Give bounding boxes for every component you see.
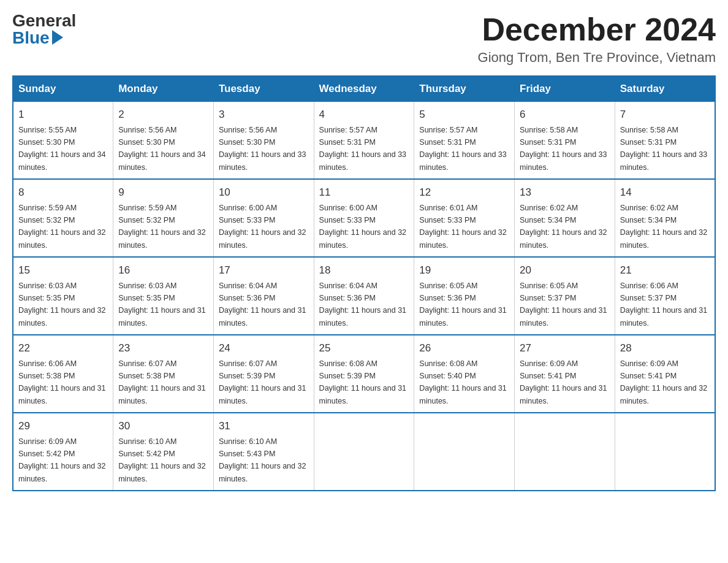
day-number: 8 xyxy=(18,185,108,201)
day-number: 29 xyxy=(18,418,108,434)
calendar-day-cell: 19 Sunrise: 6:05 AMSunset: 5:36 PMDaylig… xyxy=(414,257,515,335)
day-info: Sunrise: 6:10 AMSunset: 5:43 PMDaylight:… xyxy=(219,437,306,483)
calendar-day-cell: 23 Sunrise: 6:07 AMSunset: 5:38 PMDaylig… xyxy=(113,335,214,413)
day-number: 24 xyxy=(219,340,309,356)
logo-general-text: General xyxy=(12,12,76,29)
day-number: 13 xyxy=(520,185,610,201)
col-saturday: Saturday xyxy=(615,76,715,102)
day-number: 27 xyxy=(520,340,610,356)
day-number: 2 xyxy=(118,107,208,123)
day-info: Sunrise: 6:03 AMSunset: 5:35 PMDaylight:… xyxy=(18,282,105,327)
calendar-day-cell: 1 Sunrise: 5:55 AMSunset: 5:30 PMDayligh… xyxy=(13,102,113,180)
calendar-day-cell: 9 Sunrise: 5:59 AMSunset: 5:32 PMDayligh… xyxy=(113,179,214,257)
day-info: Sunrise: 6:09 AMSunset: 5:41 PMDaylight:… xyxy=(520,359,607,405)
day-info: Sunrise: 5:57 AMSunset: 5:31 PMDaylight:… xyxy=(319,126,406,172)
calendar-day-cell: 24 Sunrise: 6:07 AMSunset: 5:39 PMDaylig… xyxy=(213,335,314,413)
day-number: 16 xyxy=(118,262,208,278)
day-info: Sunrise: 5:58 AMSunset: 5:31 PMDaylight:… xyxy=(620,126,707,172)
day-info: Sunrise: 5:55 AMSunset: 5:30 PMDaylight:… xyxy=(18,126,105,172)
calendar-day-cell xyxy=(314,413,414,491)
day-info: Sunrise: 6:03 AMSunset: 5:35 PMDaylight:… xyxy=(118,282,205,327)
calendar-day-cell: 13 Sunrise: 6:02 AMSunset: 5:34 PMDaylig… xyxy=(515,179,615,257)
calendar-day-cell xyxy=(615,413,715,491)
calendar-day-cell: 8 Sunrise: 5:59 AMSunset: 5:32 PMDayligh… xyxy=(13,179,113,257)
day-number: 20 xyxy=(520,262,610,278)
day-number: 1 xyxy=(18,107,108,123)
day-number: 5 xyxy=(419,107,509,123)
day-number: 10 xyxy=(219,185,309,201)
day-number: 22 xyxy=(18,340,108,356)
logo-arrow-icon xyxy=(52,30,63,45)
calendar-day-cell: 18 Sunrise: 6:04 AMSunset: 5:36 PMDaylig… xyxy=(314,257,414,335)
month-title: December 2024 xyxy=(478,12,716,47)
day-number: 26 xyxy=(419,340,509,356)
col-monday: Monday xyxy=(113,76,214,102)
day-info: Sunrise: 6:07 AMSunset: 5:38 PMDaylight:… xyxy=(118,359,205,405)
day-info: Sunrise: 5:59 AMSunset: 5:32 PMDaylight:… xyxy=(18,204,105,250)
calendar-day-cell: 3 Sunrise: 5:56 AMSunset: 5:30 PMDayligh… xyxy=(213,102,314,180)
day-info: Sunrise: 6:02 AMSunset: 5:34 PMDaylight:… xyxy=(520,204,607,250)
day-info: Sunrise: 5:57 AMSunset: 5:31 PMDaylight:… xyxy=(419,126,506,172)
location-text: Giong Trom, Ben Tre Province, Vietnam xyxy=(478,50,716,66)
calendar-week-row: 15 Sunrise: 6:03 AMSunset: 5:35 PMDaylig… xyxy=(13,257,715,335)
calendar-day-cell: 7 Sunrise: 5:58 AMSunset: 5:31 PMDayligh… xyxy=(615,102,715,180)
calendar-day-cell: 31 Sunrise: 6:10 AMSunset: 5:43 PMDaylig… xyxy=(213,413,314,491)
day-info: Sunrise: 5:59 AMSunset: 5:32 PMDaylight:… xyxy=(118,204,205,250)
day-info: Sunrise: 6:07 AMSunset: 5:39 PMDaylight:… xyxy=(219,359,306,405)
day-number: 9 xyxy=(118,185,208,201)
calendar-day-cell: 12 Sunrise: 6:01 AMSunset: 5:33 PMDaylig… xyxy=(414,179,515,257)
day-number: 17 xyxy=(219,262,309,278)
day-info: Sunrise: 5:58 AMSunset: 5:31 PMDaylight:… xyxy=(520,126,607,172)
calendar-day-cell: 30 Sunrise: 6:10 AMSunset: 5:42 PMDaylig… xyxy=(113,413,214,491)
day-number: 28 xyxy=(620,340,710,356)
day-info: Sunrise: 6:08 AMSunset: 5:40 PMDaylight:… xyxy=(419,359,506,405)
day-info: Sunrise: 6:04 AMSunset: 5:36 PMDaylight:… xyxy=(219,282,306,327)
day-info: Sunrise: 6:00 AMSunset: 5:33 PMDaylight:… xyxy=(219,204,306,250)
calendar-day-cell: 21 Sunrise: 6:06 AMSunset: 5:37 PMDaylig… xyxy=(615,257,715,335)
calendar-day-cell: 4 Sunrise: 5:57 AMSunset: 5:31 PMDayligh… xyxy=(314,102,414,180)
day-info: Sunrise: 6:06 AMSunset: 5:37 PMDaylight:… xyxy=(620,282,707,327)
col-wednesday: Wednesday xyxy=(314,76,414,102)
day-number: 18 xyxy=(319,262,409,278)
calendar-day-cell: 17 Sunrise: 6:04 AMSunset: 5:36 PMDaylig… xyxy=(213,257,314,335)
day-number: 6 xyxy=(520,107,610,123)
calendar-day-cell: 29 Sunrise: 6:09 AMSunset: 5:42 PMDaylig… xyxy=(13,413,113,491)
calendar-day-cell: 26 Sunrise: 6:08 AMSunset: 5:40 PMDaylig… xyxy=(414,335,515,413)
day-info: Sunrise: 6:05 AMSunset: 5:36 PMDaylight:… xyxy=(419,282,506,327)
day-info: Sunrise: 6:05 AMSunset: 5:37 PMDaylight:… xyxy=(520,282,607,327)
calendar-day-cell: 14 Sunrise: 6:02 AMSunset: 5:34 PMDaylig… xyxy=(615,179,715,257)
logo: General Blue xyxy=(12,12,76,47)
day-info: Sunrise: 6:00 AMSunset: 5:33 PMDaylight:… xyxy=(319,204,406,250)
day-info: Sunrise: 5:56 AMSunset: 5:30 PMDaylight:… xyxy=(219,126,306,172)
day-info: Sunrise: 6:09 AMSunset: 5:41 PMDaylight:… xyxy=(620,359,707,405)
day-number: 3 xyxy=(219,107,309,123)
day-number: 7 xyxy=(620,107,710,123)
calendar-day-cell: 20 Sunrise: 6:05 AMSunset: 5:37 PMDaylig… xyxy=(515,257,615,335)
day-number: 23 xyxy=(118,340,208,356)
page-header: General Blue December 2024 Giong Trom, B… xyxy=(12,12,716,66)
col-friday: Friday xyxy=(515,76,615,102)
day-number: 31 xyxy=(219,418,309,434)
calendar-day-cell: 6 Sunrise: 5:58 AMSunset: 5:31 PMDayligh… xyxy=(515,102,615,180)
calendar-table: Sunday Monday Tuesday Wednesday Thursday… xyxy=(12,75,716,491)
calendar-day-cell: 11 Sunrise: 6:00 AMSunset: 5:33 PMDaylig… xyxy=(314,179,414,257)
logo-blue-text: Blue xyxy=(12,29,63,47)
col-sunday: Sunday xyxy=(13,76,113,102)
day-number: 30 xyxy=(118,418,208,434)
calendar-day-cell: 16 Sunrise: 6:03 AMSunset: 5:35 PMDaylig… xyxy=(113,257,214,335)
day-info: Sunrise: 6:01 AMSunset: 5:33 PMDaylight:… xyxy=(419,204,506,250)
calendar-day-cell xyxy=(414,413,515,491)
calendar-day-cell: 5 Sunrise: 5:57 AMSunset: 5:31 PMDayligh… xyxy=(414,102,515,180)
day-info: Sunrise: 6:04 AMSunset: 5:36 PMDaylight:… xyxy=(319,282,406,327)
calendar-day-cell xyxy=(515,413,615,491)
calendar-day-cell: 10 Sunrise: 6:00 AMSunset: 5:33 PMDaylig… xyxy=(213,179,314,257)
day-number: 19 xyxy=(419,262,509,278)
col-thursday: Thursday xyxy=(414,76,515,102)
day-number: 14 xyxy=(620,185,710,201)
day-info: Sunrise: 6:08 AMSunset: 5:39 PMDaylight:… xyxy=(319,359,406,405)
calendar-week-row: 29 Sunrise: 6:09 AMSunset: 5:42 PMDaylig… xyxy=(13,413,715,491)
day-info: Sunrise: 6:06 AMSunset: 5:38 PMDaylight:… xyxy=(18,359,105,405)
day-number: 4 xyxy=(319,107,409,123)
calendar-week-row: 22 Sunrise: 6:06 AMSunset: 5:38 PMDaylig… xyxy=(13,335,715,413)
day-number: 15 xyxy=(18,262,108,278)
